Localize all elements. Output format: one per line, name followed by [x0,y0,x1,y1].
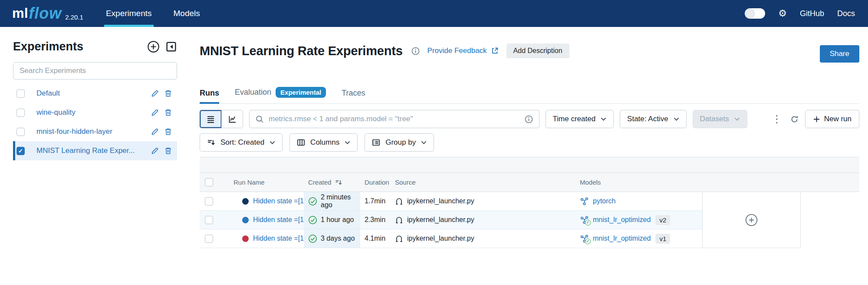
edit-pencil-icon[interactable] [151,109,159,116]
experiment-list-item-selected[interactable]: ✓ MNIST Learning Rate Exper... [13,141,177,160]
model-link[interactable]: mnist_lr_optimized [593,235,651,242]
nav-tab-models[interactable]: Models [174,0,200,27]
chart-view-button[interactable] [221,110,243,128]
experiment-checkbox-checked[interactable]: ✓ [16,147,25,155]
github-link[interactable]: GitHub [800,9,824,18]
run-status-success-icon [308,215,317,225]
run-row[interactable]: Hidden state =[1024, 1... 3 days ago 4.1… [200,229,702,248]
column-header-duration[interactable]: Duration [360,179,393,186]
delete-trash-icon[interactable] [164,89,172,97]
edit-pencil-icon[interactable] [151,89,159,97]
delete-trash-icon[interactable] [164,147,172,155]
time-created-label: Time created [553,115,596,123]
docs-link[interactable]: Docs [837,9,855,18]
share-button[interactable]: Share [820,45,859,63]
external-link-icon [491,47,499,55]
run-checkbox[interactable] [205,216,213,224]
view-mode-switch [200,110,243,128]
tab-traces-label: Traces [342,89,365,98]
select-all-checkbox[interactable] [205,178,213,186]
add-description-button[interactable]: Add Description [506,43,569,58]
run-created-label: 1 hour ago [321,216,354,224]
chevron-down-icon [270,141,275,145]
plus-icon [813,116,820,123]
new-run-button[interactable]: New run [805,110,859,128]
refresh-icon[interactable] [790,115,799,124]
experiment-checkbox[interactable] [16,128,25,136]
run-name-link[interactable]: Hidden state =[1024, 1... [253,235,304,242]
collapse-sidebar-icon[interactable] [165,41,177,53]
time-created-dropdown[interactable]: Time created [546,110,614,128]
column-header-created[interactable]: Created [304,179,360,186]
run-source-label: ipykernel_launcher.py [407,235,474,242]
state-dropdown[interactable]: State: Active [620,110,687,128]
run-created-label: 3 days ago [321,235,355,242]
edit-pencil-icon[interactable] [151,128,159,136]
column-header-models[interactable]: Models [573,179,702,186]
datasets-label: Datasets [700,115,729,123]
experiment-link[interactable]: mnist-four-hidden-layer [36,127,151,136]
experiment-link[interactable]: MNIST Learning Rate Exper... [36,146,151,155]
run-checkbox[interactable] [205,197,213,205]
run-duration-label: 4.1min [365,235,385,242]
model-link[interactable]: mnist_lr_optimized [593,216,651,224]
run-row[interactable]: Hidden state =[1024, 1... 2 minutes ago … [200,192,702,211]
group-by-dropdown[interactable]: Group by [365,133,434,152]
experiment-link[interactable]: wine-quality [36,108,151,117]
runs-search-input[interactable] [269,115,520,123]
delete-trash-icon[interactable] [164,109,172,116]
table-spacer-row [200,157,859,173]
run-checkbox[interactable] [205,235,213,243]
experiment-checkbox[interactable] [16,89,25,98]
notebook-source-icon [395,216,403,224]
info-icon[interactable] [411,47,420,55]
run-name-link[interactable]: Hidden state =[1024, 1... [253,197,304,205]
delete-trash-icon[interactable] [164,128,172,136]
nav-tabs: Experiments Models [106,0,200,27]
notebook-source-icon [395,197,403,205]
run-name-link[interactable]: Hidden state =[1024, 1... [253,216,304,224]
run-color-dot [242,235,249,242]
tab-evaluation[interactable]: Evaluation Experimental [235,87,326,103]
top-navbar: mlflow2.20.1 Experiments Models ⚙ GitHub… [0,0,868,27]
edit-pencil-icon[interactable] [151,147,159,155]
runs-table: Run Name Created Duration Source Models … [200,157,859,248]
sort-icon [207,139,215,146]
experiments-list: Default wine-quality mnist-four-hidden-l… [13,84,177,160]
more-options-kebab-icon[interactable]: ⋮ [770,114,784,124]
provide-feedback-link[interactable]: Provide Feedback [427,46,499,55]
experiment-list-item[interactable]: Default [13,84,177,103]
mlflow-logo[interactable]: mlflow2.20.1 [12,0,83,27]
tab-traces[interactable]: Traces [342,89,365,103]
add-column-plus-icon[interactable] [745,213,758,227]
column-header-source[interactable]: Source [393,179,573,186]
column-header-run-name[interactable]: Run Name [224,179,304,186]
list-view-button[interactable] [200,110,221,128]
experimental-badge: Experimental [276,87,326,98]
run-status-success-icon [308,234,317,243]
columns-dropdown[interactable]: Columns [289,133,358,152]
experiments-sidebar: Experiments Default [0,27,191,285]
datasets-dropdown[interactable]: Datasets [693,110,747,128]
tab-runs[interactable]: Runs [200,89,219,103]
search-info-icon[interactable] [525,115,533,123]
view-tabs: Runs Evaluation Experimental Traces [200,87,859,104]
gear-icon[interactable]: ⚙ [778,9,787,18]
run-row[interactable]: Hidden state =[1024, 1... 1 hour ago 2.3… [200,211,702,229]
search-experiments-input[interactable] [13,62,177,80]
list-view-icon [206,115,215,124]
experiment-list-item[interactable]: mnist-four-hidden-layer [13,122,177,141]
columns-icon [297,139,305,146]
model-link[interactable]: pytorch [593,197,615,205]
chevron-down-icon [345,141,350,145]
create-experiment-icon[interactable] [147,40,160,53]
nav-tab-experiments[interactable]: Experiments [106,0,152,27]
experiment-checkbox[interactable] [16,109,25,117]
chevron-down-icon [601,117,606,121]
experiment-list-item[interactable]: wine-quality [13,103,177,122]
sort-desc-icon [335,179,342,186]
sort-dropdown[interactable]: Sort: Created [200,133,283,152]
registered-check-icon: ✓ [585,220,591,225]
theme-toggle[interactable] [745,8,765,19]
experiment-link[interactable]: Default [36,89,151,98]
